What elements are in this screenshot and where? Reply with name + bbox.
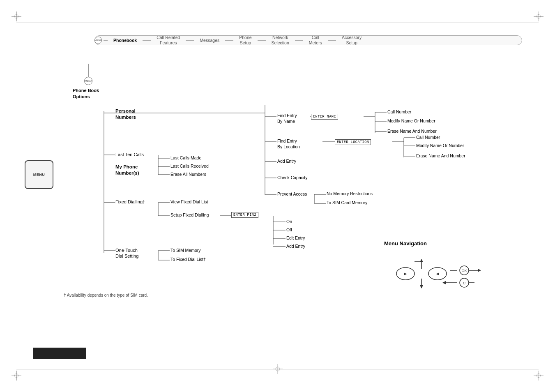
- find-entry-by-location-label: Find EntryBy Location: [277, 138, 300, 150]
- nav-connector-0: [104, 40, 108, 41]
- add-entry-sub-label: Add Entry: [286, 244, 305, 249]
- off-label: Off: [286, 227, 292, 232]
- nav-connector-1: [143, 40, 151, 41]
- to-sim-card-memory-label: To SIM Card Memory: [327, 200, 367, 205]
- setup-fixed-dialling-label: Setup Fixed Dialling: [170, 212, 209, 217]
- svg-marker-51: [420, 285, 423, 288]
- nav-item-call-meters[interactable]: CallMeters: [303, 35, 328, 45]
- svg-marker-49: [420, 259, 423, 262]
- nav-connector-4: [258, 40, 266, 41]
- last-calls-made-label: Last Calls Made: [170, 155, 201, 160]
- my-phone-numbers-label: My PhoneNumber(s): [115, 164, 139, 176]
- small-menu-icon: MENU: [84, 77, 92, 85]
- enter-name-box: ENTER NAME: [311, 114, 338, 120]
- footnote: † Availability depends on the type of SI…: [64, 293, 148, 297]
- modify-name-or-number-1-label: Modify Name Or Number: [387, 118, 435, 123]
- nav-connector-6: [328, 40, 336, 41]
- to-sim-memory-label: To SIM Memory: [170, 248, 201, 253]
- corner-mark-tr: [534, 12, 543, 21]
- last-ten-calls-label: Last Ten Calls: [115, 152, 144, 157]
- nav-items: MENU Phonebook Call RelatedFeatures Mess…: [94, 30, 522, 51]
- on-label: On: [286, 219, 292, 224]
- svg-text:C: C: [463, 281, 466, 285]
- erase-name-and-number-2-label: Erase Name And Number: [416, 153, 465, 158]
- nav-item-phone-setup[interactable]: PhoneSetup: [233, 35, 257, 45]
- no-memory-restrictions-label: No Memory Restrictions: [327, 191, 373, 196]
- personal-numbers-label: PersonalNumbers: [115, 108, 136, 120]
- nav-item-call-related[interactable]: Call RelatedFeatures: [151, 35, 186, 45]
- diagram-area: MENU Phone BookOptions PersonalNumbers L…: [64, 64, 495, 298]
- svg-text:◄: ◄: [435, 271, 440, 276]
- nav-item-phonebook[interactable]: Phonebook: [108, 38, 143, 43]
- svg-text:►: ►: [403, 271, 408, 276]
- view-fixed-dial-list-label: View Fixed Dial List: [170, 199, 208, 204]
- nav-connector-5: [295, 40, 303, 41]
- corner-mark-bl: [12, 371, 21, 380]
- one-touch-dial-label: One-TouchDial Setting: [115, 247, 138, 259]
- black-rectangle: [33, 348, 86, 359]
- menu-nav-diagram: ► ◄ OK C: [384, 253, 491, 294]
- svg-text:OK: OK: [461, 269, 467, 273]
- phonebook-options-label: Phone BookOptions: [73, 88, 99, 100]
- nav-item-messages[interactable]: Messages: [194, 38, 225, 43]
- erase-name-and-number-1-label: Erase Name And Number: [387, 129, 437, 134]
- edit-entry-label: Edit Entry: [286, 235, 305, 240]
- prevent-access-label: Prevent Access: [277, 191, 307, 196]
- menu-button-label: MENU: [33, 173, 45, 177]
- last-calls-received-label: Last Calls Received: [170, 164, 209, 168]
- enter-location-box: ENTER LOCATION: [335, 139, 371, 145]
- corner-mark-br: [534, 371, 543, 380]
- erase-all-numbers-label: Erase All Numbers: [170, 172, 206, 177]
- svg-marker-63: [442, 281, 446, 284]
- menu-button-large[interactable]: MENU: [25, 160, 53, 189]
- nav-item-network-selection[interactable]: NetworkSelection: [266, 35, 295, 45]
- nav-item-accessory-setup[interactable]: AccessorySetup: [336, 35, 367, 45]
- nav-connector-2: [186, 40, 194, 41]
- call-number-2-label: Call Number: [416, 135, 440, 140]
- modify-name-or-number-2-label: Modify Name Or Number: [416, 143, 464, 148]
- corner-mark-tl: [12, 12, 21, 21]
- find-entry-by-name-label: Find EntryBy Name: [277, 113, 297, 124]
- add-entry-label: Add Entry: [277, 159, 296, 164]
- fixed-dialling-label: Fixed Dialling†: [115, 199, 145, 204]
- top-divider: [16, 23, 539, 23]
- menu-navigation-section: Menu Navigation ► ◄ OK C: [384, 240, 491, 296]
- call-number-1-label: Call Number: [387, 109, 411, 114]
- to-fixed-dial-list-label: To Fixed Dial List†: [170, 257, 206, 262]
- nav-connector-3: [225, 40, 233, 41]
- check-capacity-label: Check Capacity: [277, 175, 308, 180]
- nav-bar: MENU Phonebook Call RelatedFeatures Mess…: [94, 30, 522, 51]
- menu-icon-nav: MENU: [94, 37, 102, 44]
- svg-marker-58: [478, 269, 481, 272]
- center-crosshair-bottom: [273, 364, 283, 376]
- enter-pin2-box: ENTER PIN2: [231, 212, 258, 218]
- menu-nav-title: Menu Navigation: [384, 240, 491, 247]
